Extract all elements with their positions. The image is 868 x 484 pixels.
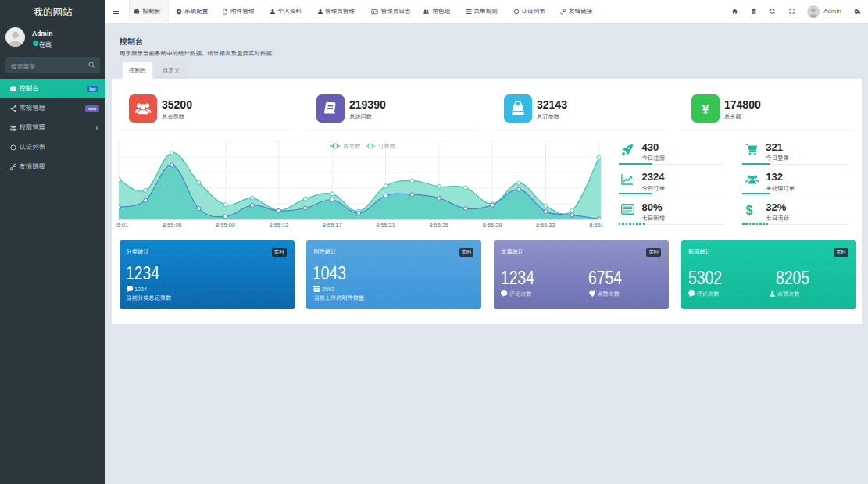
svg-text:成交数: 成交数 xyxy=(344,143,361,150)
svg-text:8:55:09: 8:55:09 xyxy=(216,222,235,229)
svg-text:8:55:25: 8:55:25 xyxy=(429,222,448,229)
svg-text:$: $ xyxy=(745,204,752,217)
svg-text:8:55:29: 8:55:29 xyxy=(483,222,502,229)
svg-text:8:55:37: 8:55:37 xyxy=(589,222,609,229)
svg-text:8:55:01: 8:55:01 xyxy=(112,222,128,229)
svg-text:8:55:21: 8:55:21 xyxy=(376,222,395,229)
svg-text:8:55:05: 8:55:05 xyxy=(163,222,182,229)
svg-text:8:55:17: 8:55:17 xyxy=(323,222,342,229)
svg-text:订单数: 订单数 xyxy=(378,143,395,150)
svg-text:8:55:13: 8:55:13 xyxy=(270,222,289,229)
svg-text:8:55:33: 8:55:33 xyxy=(536,222,555,229)
